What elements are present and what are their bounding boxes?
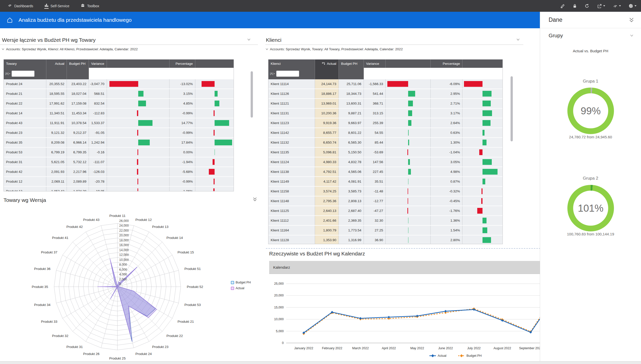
cell-percentage: 1.30%	[431, 138, 462, 147]
tab-label: Toolbox	[87, 4, 99, 8]
variance-bar	[214, 110, 215, 116]
table-row[interactable]: Produkt 422,091.932,217.96-126.03-5.68%	[4, 167, 234, 176]
chart-legend-item[interactable]: Budget PH	[458, 354, 482, 357]
table-row[interactable]: Produkt 536,799.196,799.35-0.160.00%	[4, 148, 234, 157]
dane-header[interactable]: Dane	[540, 12, 641, 28]
column-header-variance[interactable]: Variance	[364, 60, 386, 68]
chevron-down-icon[interactable]	[629, 34, 634, 37]
chevron-down-icon[interactable]	[2, 48, 5, 50]
cell-variance-bar	[386, 109, 431, 118]
cell-percentage-bar	[462, 128, 503, 137]
table-row[interactable]: Produkt 4311,911.9110,378.541,533.3714.7…	[4, 118, 234, 128]
klienci-panel-menu-chevron-icon[interactable]	[516, 38, 520, 41]
tab-toolbox[interactable]: Toolbox	[80, 3, 99, 9]
x-axis-tick-label: April 2022	[382, 346, 396, 350]
cell-variance-bar	[386, 79, 431, 89]
table-row[interactable]: Produkt 1411,340.5111,453.34-112.83-0.99…	[4, 109, 234, 118]
cell-percentage: 3.05%	[431, 157, 462, 167]
table-row[interactable]: Klient 111482,795.362,808.13-12.77-0.45%	[268, 196, 503, 206]
variance-bar	[138, 140, 150, 145]
column-search-input[interactable]	[12, 71, 35, 77]
table-row[interactable]: Klient 1113110,200.369,887.21313.153.17%	[268, 109, 503, 118]
alpha-filter-icon[interactable]: [A] ▾	[270, 72, 275, 75]
home-icon[interactable]	[7, 17, 13, 23]
table-row[interactable]: Klient 111281,353.901,316.9936.902.80%	[268, 235, 503, 244]
table-row[interactable]: Produkt 315,621.055,732.12-111.07-1.94%	[4, 157, 234, 167]
table-row[interactable]: Klient 111244,980.334,832.78147.563.05%	[268, 157, 503, 167]
gauge-menu-icon[interactable]	[613, 4, 621, 8]
column-header-actual[interactable]: Actual	[315, 60, 339, 68]
variance-bar	[387, 81, 408, 87]
column-header-percentage[interactable]: Percentage	[170, 60, 195, 68]
collapse-double-chevron-icon[interactable]	[628, 17, 634, 23]
table-row[interactable]: Produkt 358,209.086,966.141,242.9417.84%	[4, 138, 234, 147]
table-row[interactable]: Produkt 2420,355.5223,403.22-3,047.70-13…	[4, 79, 234, 89]
column-header-name[interactable]: Towary	[4, 60, 46, 68]
column-header-actual[interactable]: Actual	[46, 60, 67, 68]
settings-gear-icon[interactable]	[628, 4, 636, 9]
cell-variance-bar	[107, 157, 170, 167]
table-row[interactable]: Produkt 239,121.329,212.37-91.05-0.99%	[4, 128, 234, 137]
table-row[interactable]: Produkt 2118,595.5518,027.04568.513.15%	[4, 89, 234, 98]
alpha-filter-icon[interactable]: [A] ▾	[5, 72, 10, 75]
radar-category-label: Produkt 51	[185, 267, 201, 271]
cell-percentage-bar	[462, 138, 503, 147]
table-row[interactable]: Klient 111326,650.746,565.3085.441.30%	[268, 138, 503, 147]
cell-percentage-bar	[195, 138, 234, 147]
towary-panel-menu-chevron-icon[interactable]	[247, 38, 251, 41]
table-row[interactable]: Klient 111384,792.514,565.06227.454.98%	[268, 167, 503, 176]
cell-variance-bar	[107, 89, 170, 98]
table-row[interactable]: Klient 111583,574.253,585.73-11.48-0.32%	[268, 187, 503, 196]
refresh-icon[interactable]	[584, 4, 589, 9]
cell-actual: 17,991.62	[46, 99, 67, 108]
chevron-down-icon[interactable]	[265, 48, 268, 50]
cell-variance: -53.69	[364, 148, 386, 157]
collapse-double-chevron-icon[interactable]	[252, 197, 257, 202]
table-row[interactable]: Klient 111641,800.791,773.5427.251.54%	[268, 226, 503, 235]
table-row[interactable]: Produkt 131,853.431,874.28-19.85-1.06%	[4, 187, 234, 191]
legend-item-budget[interactable]: Budget PH	[231, 281, 251, 284]
table-row[interactable]: Klient 111355,096.815,150.50-53.69-1.04%	[268, 148, 503, 157]
column-header-variance[interactable]: Variance	[89, 60, 107, 68]
tab-dashboards[interactable]: Dashboards	[8, 3, 33, 9]
grupy-header[interactable]: Grupy	[540, 28, 641, 43]
table-row[interactable]: Klient 1112113,969.0113,600.31368.712.71…	[268, 99, 503, 108]
table-row[interactable]: Produkt 122,069.112,089.89-20.78-0.99%	[4, 177, 234, 186]
table-row[interactable]: Produkt 2217,991.6217,159.08832.544.85%	[4, 99, 234, 108]
header-cell	[46, 68, 67, 79]
lock-icon[interactable]	[573, 4, 577, 9]
table-row[interactable]: Klient 111494,117.424,081.9135.510.87%	[268, 177, 503, 186]
cell-percentage: 2.80%	[431, 235, 462, 244]
column-header-name[interactable]: Klienci	[268, 60, 315, 68]
variance-bar	[483, 91, 492, 97]
column-search-input[interactable]	[276, 71, 299, 77]
column-header-budget[interactable]: Budget PH	[67, 60, 89, 68]
cell-name: Produkt 42	[4, 167, 46, 176]
radar-chart: 26,00024,00022,00020,00018,00016,00014,0…	[0, 207, 265, 364]
table-row[interactable]: Klient 111428,655.778,601.2254.550.63%	[268, 128, 503, 137]
table-row[interactable]: Klient 111252,640.132,687.40-47.27-1.76%	[268, 206, 503, 215]
grupa1-donut-gauge[interactable]: 99%	[567, 88, 614, 134]
column-header-percentage[interactable]: Percentage	[431, 60, 462, 68]
radar-category-label: Produkt 34	[34, 303, 51, 307]
column-header-budget[interactable]: Budget PH	[339, 60, 364, 68]
cell-percentage: 2.95%	[431, 89, 462, 98]
header-cell	[107, 68, 170, 79]
cell-budget: 25,711.06	[339, 79, 364, 89]
table-row[interactable]: Klient 111239,919.369,663.97255.392.64%	[268, 118, 503, 128]
table-row[interactable]: Klient 1111424,144.7325,711.06-1,566.33-…	[268, 79, 503, 89]
klienci-table-scrollbar[interactable]	[511, 76, 513, 141]
chart-legend-item[interactable]: Actual	[429, 354, 446, 357]
cell-variance: 1,533.37	[89, 118, 107, 128]
cell-name: Klient 11125	[268, 206, 315, 215]
tab-self-service[interactable]: Self-Service	[44, 3, 69, 9]
variance-bar	[464, 81, 483, 87]
legend-item-actual[interactable]: Actual	[231, 286, 251, 290]
table-row[interactable]: Klient 1112618,886.1718,344.73541.442.95…	[268, 89, 503, 98]
share-icon[interactable]	[597, 4, 605, 9]
cell-actual: 2,069.11	[46, 177, 67, 186]
edit-icon[interactable]	[560, 4, 565, 9]
grupa2-donut-gauge[interactable]: 101%	[567, 185, 614, 231]
towary-table-scrollbar[interactable]	[251, 71, 253, 118]
table-row[interactable]: Klient 111122,401.662,369.3532.301.36%	[268, 216, 503, 225]
